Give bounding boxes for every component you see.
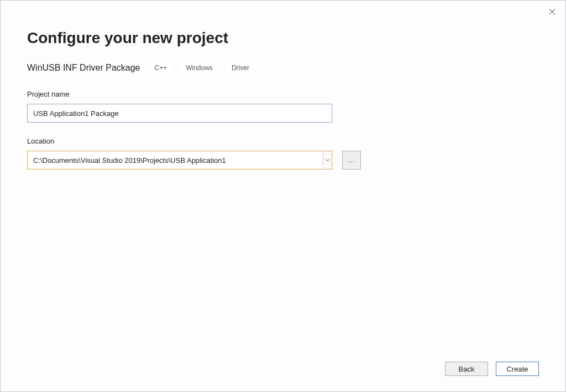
template-name: WinUSB INF Driver Package bbox=[27, 63, 140, 73]
project-name-group: Project name bbox=[27, 90, 539, 123]
chevron-down-icon bbox=[326, 159, 329, 161]
project-name-label: Project name bbox=[27, 90, 539, 98]
close-button[interactable] bbox=[547, 6, 558, 17]
dialog-footer: Back Create bbox=[445, 362, 539, 376]
location-label: Location bbox=[27, 137, 539, 145]
location-row: ... bbox=[27, 151, 539, 169]
location-group: Location ... bbox=[27, 137, 539, 169]
location-dropdown-button[interactable] bbox=[323, 151, 332, 169]
configure-project-dialog: Configure your new project WinUSB INF Dr… bbox=[0, 0, 566, 392]
tag-type: Driver bbox=[227, 62, 254, 73]
location-combo bbox=[27, 151, 332, 169]
tag-language: C++ bbox=[150, 62, 172, 73]
project-name-input[interactable] bbox=[27, 104, 332, 123]
location-input[interactable] bbox=[28, 151, 323, 169]
back-button[interactable]: Back bbox=[445, 362, 488, 376]
close-icon bbox=[549, 8, 555, 15]
template-info-row: WinUSB INF Driver Package C++ Windows Dr… bbox=[27, 62, 539, 73]
dialog-content: Configure your new project WinUSB INF Dr… bbox=[1, 1, 565, 169]
page-title: Configure your new project bbox=[27, 29, 539, 47]
browse-button[interactable]: ... bbox=[342, 151, 361, 169]
create-button[interactable]: Create bbox=[496, 362, 539, 376]
tag-platform: Windows bbox=[181, 62, 217, 73]
